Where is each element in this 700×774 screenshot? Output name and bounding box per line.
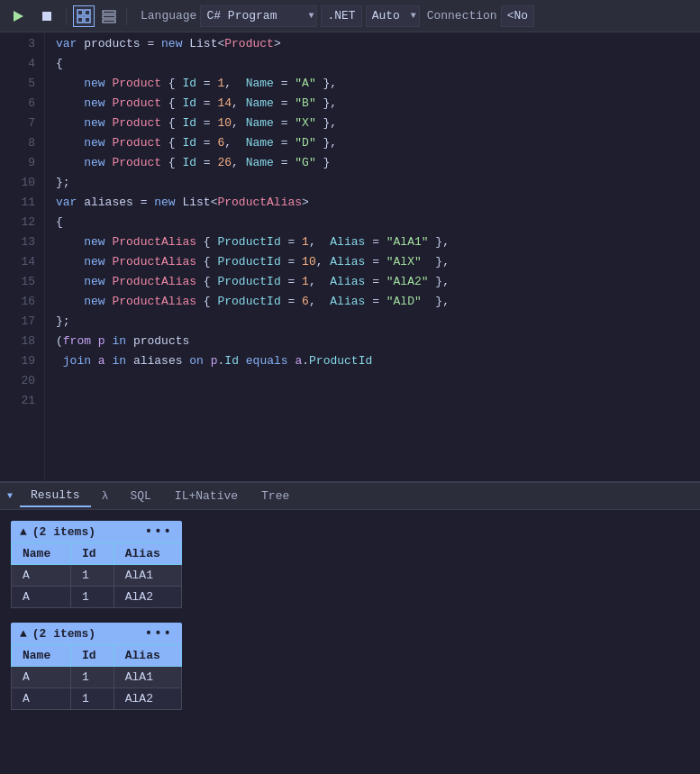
- list-view-button[interactable]: [98, 5, 120, 27]
- line-number: 3: [0, 34, 44, 54]
- line-number: 19: [0, 351, 44, 371]
- line-number: 8: [0, 133, 44, 153]
- toolbar: Language C# Program C# Expression VB Pro…: [0, 0, 700, 32]
- bottom-panel: ▼ Results λ SQL IL+Native Tree ▲(2 items…: [0, 483, 700, 721]
- line-number: 18: [0, 332, 44, 351]
- code-line: var products = new List<Product>: [56, 34, 700, 54]
- table-cell: AlA2: [114, 688, 181, 710]
- line-number: 17: [0, 312, 44, 332]
- table-header-cell: Alias: [114, 543, 181, 565]
- code-line: new Product { Id = 1, Name = "A" },: [56, 74, 700, 94]
- table-cell: AlA1: [114, 565, 181, 587]
- result-header-dots[interactable]: •••: [145, 626, 173, 641]
- language-select-wrapper: C# Program C# Expression VB Program SQL …: [200, 5, 317, 27]
- tabs-bar: ▼ Results λ SQL IL+Native Tree: [0, 483, 700, 510]
- result-group-header[interactable]: ▲(2 items)•••: [11, 521, 182, 542]
- table-header-cell: Name: [12, 645, 71, 667]
- code-line: };: [56, 312, 700, 332]
- grid-view-button[interactable]: [73, 5, 95, 27]
- code-editor: 3456789101112131415161718192021 var prod…: [0, 32, 700, 483]
- result-header-label: (2 items): [32, 627, 95, 641]
- results-content: ▲(2 items)•••NameIdAliasA1AlA1A1AlA2▲(2 …: [0, 510, 700, 721]
- line-number: 15: [0, 272, 44, 292]
- svg-rect-8: [103, 20, 115, 23]
- table-cell: 1: [71, 587, 114, 608]
- table-cell: 1: [71, 688, 114, 710]
- code-line: new Product { Id = 10, Name = "X" },: [56, 114, 700, 133]
- table-header-cell: Id: [71, 543, 114, 565]
- line-number: 16: [0, 292, 44, 312]
- code-content[interactable]: var products = new List<Product>{ new Pr…: [45, 32, 700, 481]
- svg-rect-5: [85, 17, 90, 23]
- table-row: A1AlA1: [12, 667, 182, 688]
- result-group: ▲(2 items)•••NameIdAliasA1AlA1A1AlA2: [11, 623, 689, 710]
- code-line: {: [56, 54, 700, 74]
- line-number: 21: [0, 391, 44, 411]
- tab-lambda[interactable]: λ: [93, 486, 118, 506]
- auto-select-wrapper: Auto 4.8 6.0 7.0 ▼: [366, 5, 420, 27]
- line-number: 14: [0, 252, 44, 272]
- divider2: [126, 7, 127, 25]
- code-line: new ProductAlias { ProductId = 1, Alias …: [56, 232, 700, 252]
- tab-il-native[interactable]: IL+Native: [164, 486, 249, 506]
- line-number: 6: [0, 94, 44, 114]
- line-number: 13: [0, 232, 44, 252]
- language-select[interactable]: C# Program C# Expression VB Program SQL: [200, 5, 317, 27]
- divider: [66, 7, 67, 25]
- code-line: };: [56, 173, 700, 193]
- line-number: 11: [0, 193, 44, 213]
- table-cell: 1: [71, 667, 114, 688]
- result-header-arrow: ▲: [20, 525, 27, 539]
- line-numbers: 3456789101112131415161718192021: [0, 32, 45, 481]
- svg-rect-2: [77, 10, 83, 15]
- svg-rect-7: [103, 15, 115, 18]
- code-line: (from p in products: [56, 332, 700, 351]
- line-number: 12: [0, 213, 44, 232]
- tab-tree[interactable]: Tree: [250, 486, 300, 506]
- connection-label: Connection: [427, 9, 497, 23]
- svg-rect-3: [85, 10, 90, 15]
- result-table: NameIdAliasA1AlA1A1AlA2: [11, 542, 182, 608]
- code-line: new ProductAlias { ProductId = 10, Alias…: [56, 252, 700, 272]
- tab-results[interactable]: Results: [20, 485, 91, 507]
- line-number: 4: [0, 54, 44, 74]
- line-number: 20: [0, 371, 44, 391]
- table-header-cell: Id: [71, 645, 114, 667]
- connection-value: <No: [501, 5, 534, 27]
- line-number: 7: [0, 114, 44, 133]
- table-header-cell: Name: [12, 543, 71, 565]
- table-cell: A: [12, 565, 71, 587]
- language-label: Language: [141, 9, 196, 23]
- result-group-header[interactable]: ▲(2 items)•••: [11, 623, 182, 644]
- result-header-dots[interactable]: •••: [145, 524, 173, 539]
- table-cell: A: [12, 587, 71, 608]
- tab-collapse-arrow[interactable]: ▼: [7, 491, 13, 501]
- code-line: new Product { Id = 26, Name = "G" }: [56, 153, 700, 173]
- svg-marker-0: [14, 11, 23, 22]
- table-header-cell: Alias: [114, 645, 181, 667]
- code-line: new Product { Id = 6, Name = "D" },: [56, 133, 700, 153]
- tab-sql[interactable]: SQL: [119, 486, 161, 506]
- code-line: new ProductAlias { ProductId = 1, Alias …: [56, 272, 700, 292]
- svg-rect-4: [77, 17, 83, 23]
- table-cell: AlA1: [114, 667, 181, 688]
- stop-button[interactable]: [34, 4, 59, 29]
- svg-rect-1: [42, 12, 51, 21]
- auto-select[interactable]: Auto 4.8 6.0 7.0: [366, 5, 420, 27]
- play-button[interactable]: [5, 4, 31, 29]
- table-cell: A: [12, 688, 71, 710]
- code-line: join a in aliases on p.Id equals a.Produ…: [56, 351, 700, 371]
- result-group: ▲(2 items)•••NameIdAliasA1AlA1A1AlA2: [11, 521, 689, 608]
- svg-rect-6: [103, 11, 115, 14]
- result-header-label: (2 items): [32, 525, 95, 539]
- code-line: new Product { Id = 14, Name = "B" },: [56, 94, 700, 114]
- table-row: A1AlA2: [12, 587, 182, 608]
- code-lines: 3456789101112131415161718192021 var prod…: [0, 32, 700, 481]
- table-cell: 1: [71, 565, 114, 587]
- dotnet-badge: .NET: [321, 5, 361, 27]
- line-number: 9: [0, 153, 44, 173]
- code-line: var aliases = new List<ProductAlias>: [56, 193, 700, 213]
- table-cell: AlA2: [114, 587, 181, 608]
- line-number: 10: [0, 173, 44, 193]
- table-cell: A: [12, 667, 71, 688]
